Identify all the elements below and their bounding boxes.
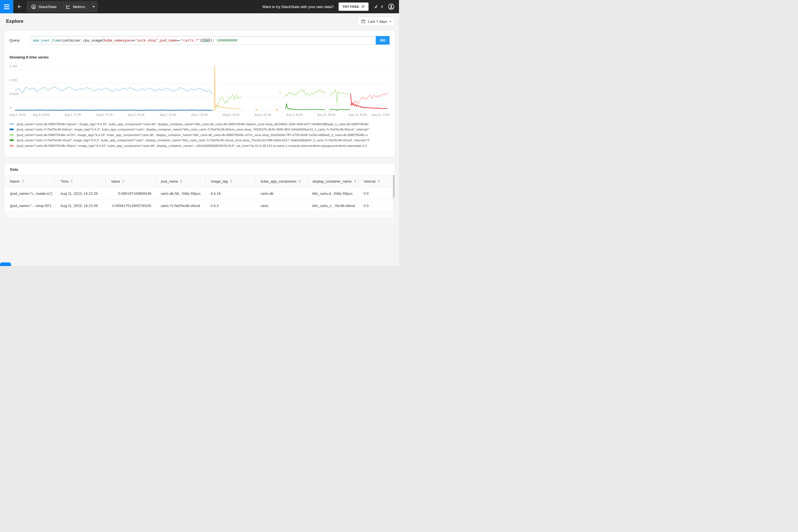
legend-item[interactable]: {pod_name="carts-db-588979548c-55pcs", i… (10, 143, 390, 149)
query-token: ) (210, 38, 212, 42)
page-title: Explore (6, 19, 23, 24)
query-token: ] (208, 38, 210, 42)
legend-swatch (10, 123, 14, 125)
top-bar: StackState Metrics Want to try StackStat… (0, 0, 399, 13)
table-body: {pod_name="c...kstate.io"}Aug 11, 2023, … (4, 188, 395, 212)
table-cell-interval: 0.0 (358, 188, 395, 200)
time-series-plot (10, 64, 388, 111)
column-header-Name[interactable]: Name (4, 175, 55, 187)
table-row[interactable]: {pod_name="c...kstate.io"}Aug 11, 2023, … (4, 188, 395, 200)
legend-swatch (10, 129, 14, 130)
screen: StackState Metrics Want to try StackStat… (0, 0, 399, 266)
x-tick: Aug 7, 10:00 (159, 113, 176, 116)
tab-stackstate[interactable]: StackState (26, 1, 61, 12)
query-token: pod_name (160, 38, 177, 42)
table-cell-Time: Aug 11, 2023, 14:22:39 (55, 188, 105, 200)
table-cell-pod_name: carts-db-58...548c-55pcs (155, 188, 205, 200)
table-cell-Value: 0.009417512905730325 (105, 200, 155, 212)
column-header-label: image_tag (211, 179, 228, 184)
series-line-carts-db-588979548c-9qnxm (15, 87, 212, 94)
back-arrow-icon (17, 4, 22, 9)
sort-icon (378, 179, 380, 183)
user-avatar[interactable] (388, 3, 395, 10)
column-header-interval[interactable]: interval (358, 175, 395, 187)
query-token: 2m (204, 38, 208, 42)
query-token: } (200, 38, 202, 42)
table-cell-Name: {pod_name="...-shop-50"} (4, 200, 55, 212)
x-tick: Aug 5, 04:00 (33, 113, 50, 116)
table-cell-Value: 0.085197183689248 (105, 188, 155, 200)
pin-icon (374, 4, 379, 9)
sort-icon (354, 179, 356, 183)
query-row: Query max_over_time(container_cpu_usage{… (10, 36, 390, 44)
series-line-carts-7c7bd7bc46-x6xsd (286, 103, 325, 110)
hamburger-menu-button[interactable] (0, 0, 13, 13)
query-chart-card: Query max_over_time(container_cpu_usage{… (4, 31, 395, 157)
legend-item[interactable]: {pod_name="carts-7c7bd7bc46-x6xsd", imag… (10, 138, 390, 143)
query-token: [ (202, 38, 204, 42)
x-tick: Aug 9, 02:30 (255, 113, 271, 116)
series-line-orange-dots-series (276, 109, 277, 110)
legend-label: {pod_name="carts-7c7bd7bc46-6hkvw", imag… (17, 128, 369, 131)
time-range-selector[interactable]: Last 7 days ▾ (358, 17, 395, 26)
query-token: = (133, 38, 135, 42)
query-token: / 1000000000 (212, 38, 237, 42)
legend-item[interactable]: {pod_name="carts-7c7bd7bc46-6hkvw", imag… (10, 127, 390, 132)
table-cell-Time: Aug 11, 2023, 14:22:39 (55, 200, 105, 212)
data-table: NameTimeValuepod_nameimage_tagkube_app_c… (4, 175, 395, 218)
sort-icon (180, 179, 182, 183)
legend-swatch (10, 134, 14, 136)
tab-options-dropdown[interactable] (90, 1, 97, 12)
query-token: max_over_time (33, 38, 60, 42)
column-header-label: Value (111, 179, 120, 184)
series-line-carts-db-588979548c-st72n (279, 91, 281, 93)
table-cell-kube_app_component: carts (255, 200, 307, 212)
data-section-title: Data (4, 164, 395, 172)
stackstate-logo-icon (31, 4, 36, 10)
query-input[interactable]: max_over_time(container_cpu_usage{kube_n… (30, 36, 376, 44)
legend-label: {pod_name="carts-db-588979548c-st72n", i… (17, 133, 368, 137)
brand-label: StackState (39, 5, 57, 9)
try-free-button[interactable]: TRY FREE (339, 2, 368, 11)
table-scrollbar[interactable] (393, 175, 395, 212)
legend-item[interactable]: {pod_name="carts-db-588979548c-9qnxm", i… (10, 121, 390, 127)
column-header-display_container_name[interactable]: display_container_name (307, 175, 358, 187)
legend-swatch (10, 145, 14, 147)
topbar-right: Want to try StackState with your own dat… (262, 2, 399, 11)
table-row[interactable]: {pod_name="...-shop-50"}Aug 11, 2023, 14… (4, 200, 395, 212)
table-cell-image_tag: 4.4.16 (205, 188, 255, 200)
series-line-carts-db-588979548c-st72n (330, 90, 350, 103)
legend-item[interactable]: {pod_name="carts-db-588979548c-st72n", i… (10, 132, 390, 138)
table-cell-Name: {pod_name="c...kstate.io"} (4, 188, 55, 200)
column-header-image_tag[interactable]: image_tag (205, 175, 255, 187)
query-group: max_over_time(container_cpu_usage{kube_n… (30, 36, 390, 44)
column-header-label: Time (61, 179, 69, 184)
x-tick: Aug 7, 23:30 (191, 113, 208, 116)
x-tick: Aug 8, 13:00 (223, 113, 240, 116)
column-header-kube_app_component[interactable]: kube_app_component (255, 175, 307, 187)
chart-area: 0.150 0.100 0.0500 0 Aug 4, 14:00Aug 5, … (10, 64, 390, 117)
back-button[interactable] (13, 0, 26, 13)
pinned-items-button[interactable]: 0 (374, 4, 383, 9)
calendar-icon (361, 19, 365, 23)
column-header-label: interval (364, 179, 376, 184)
metrics-tab-label: Metrics (73, 5, 85, 9)
column-header-Time[interactable]: Time (55, 175, 105, 187)
x-tick: Aug 11, 14:00 (372, 113, 390, 116)
query-token: "carts.*" (181, 38, 200, 42)
app-tabs: StackState Metrics (26, 1, 97, 12)
legend-label: {pod_name="carts-db-588979548c-55pcs", i… (17, 144, 367, 147)
x-tick: Aug 9, 16:00 (286, 113, 303, 116)
promo-text: Want to try StackState with your own dat… (262, 5, 334, 9)
chat-widget[interactable] (0, 262, 11, 266)
go-button[interactable]: GO (376, 36, 390, 44)
legend-label: {pod_name="carts-7c7bd7bc46-x6xsd", imag… (17, 138, 369, 142)
column-header-Value[interactable]: Value (105, 175, 155, 187)
tab-metrics[interactable]: Metrics (61, 1, 90, 12)
column-header-pod_name[interactable]: pod_name (155, 175, 205, 187)
sort-icon (22, 179, 24, 183)
data-card: Data NameTimeValuepod_nameimage_tagkube_… (4, 164, 395, 218)
chevron-down-icon (93, 6, 95, 7)
scrollbar-thumb[interactable] (393, 175, 395, 198)
x-tick: Aug 10, 06:00 (317, 113, 335, 116)
